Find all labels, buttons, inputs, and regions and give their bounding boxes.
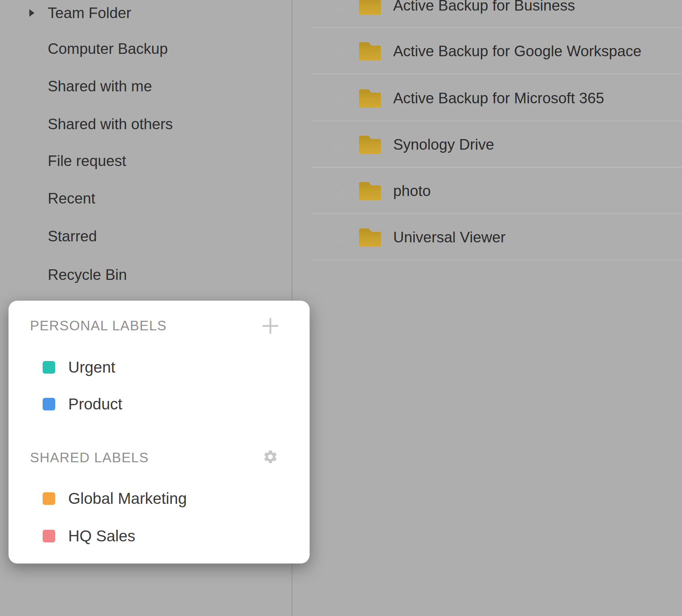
file-name: Synology Drive [393,136,494,153]
sidebar-item-starred[interactable]: Starred [48,228,97,245]
sidebar-item-shared-with-others[interactable]: Shared with others [48,116,173,133]
folder-icon [359,182,381,200]
label-color-swatch [43,492,55,505]
folder-icon [359,89,381,107]
folder-icon [359,42,381,60]
sidebar-item-shared-with-me[interactable]: Shared with me [48,78,152,95]
file-name: Active Backup for Microsoft 365 [393,90,604,107]
file-row[interactable]: Active Backup for Microsoft 365 [292,75,682,121]
sidebar-item-recent[interactable]: Recent [48,190,95,207]
label-color-swatch [43,530,55,542]
star-icon[interactable] [328,41,347,61]
label-name: Global Marketing [68,489,187,508]
star-icon[interactable] [328,181,347,201]
plus-icon [262,317,279,334]
label-item-urgent[interactable]: Urgent [43,358,115,376]
file-row[interactable]: Synology Drive [292,121,682,168]
file-name: photo [393,182,431,199]
star-icon[interactable] [328,88,347,108]
label-name: Urgent [68,358,115,376]
star-icon[interactable] [328,0,347,15]
label-item-product[interactable]: Product [43,395,122,413]
label-item-global-marketing[interactable]: Global Marketing [43,489,187,508]
file-row[interactable]: Active Backup for Google Workspace [292,28,682,74]
personal-labels-header: PERSONAL LABELS [30,318,167,333]
sidebar-item-team-folder[interactable]: Team Folder [48,4,131,21]
sidebar-item-recycle-bin[interactable]: Recycle Bin [48,266,127,283]
label-item-hq-sales[interactable]: HQ Sales [43,527,135,545]
file-row[interactable]: Universal Viewer [292,214,682,260]
gear-icon [263,449,278,465]
shared-labels-settings-button[interactable] [260,446,281,468]
file-list: Active Backup for Business Active Backup… [292,0,682,616]
label-color-swatch [43,398,55,410]
sidebar-item-computer-backup[interactable]: Computer Backup [48,40,168,57]
drive-app-dimmed-background: { "sidebar": { "items": [ { "label": "Te… [0,0,682,616]
folder-icon [359,0,381,15]
folder-icon [359,136,381,154]
star-icon[interactable] [328,227,347,247]
labels-panel: PERSONAL LABELS Urgent Product SHARED LA… [9,301,310,564]
label-name: HQ Sales [68,527,135,545]
star-icon[interactable] [328,135,347,154]
folder-icon [359,228,381,246]
file-name: Active Backup for Business [393,0,575,14]
label-color-swatch [43,361,55,374]
sidebar-item-file-request[interactable]: File request [48,152,126,169]
label-name: Product [68,395,122,413]
file-name: Active Backup for Google Workspace [393,43,641,60]
file-name: Universal Viewer [393,229,505,246]
file-row[interactable]: photo [292,168,682,214]
file-row[interactable]: Active Backup for Business [292,0,682,28]
shared-labels-header: SHARED LABELS [30,450,149,465]
triangle-right-icon[interactable] [29,9,34,17]
add-label-button[interactable] [260,315,281,337]
